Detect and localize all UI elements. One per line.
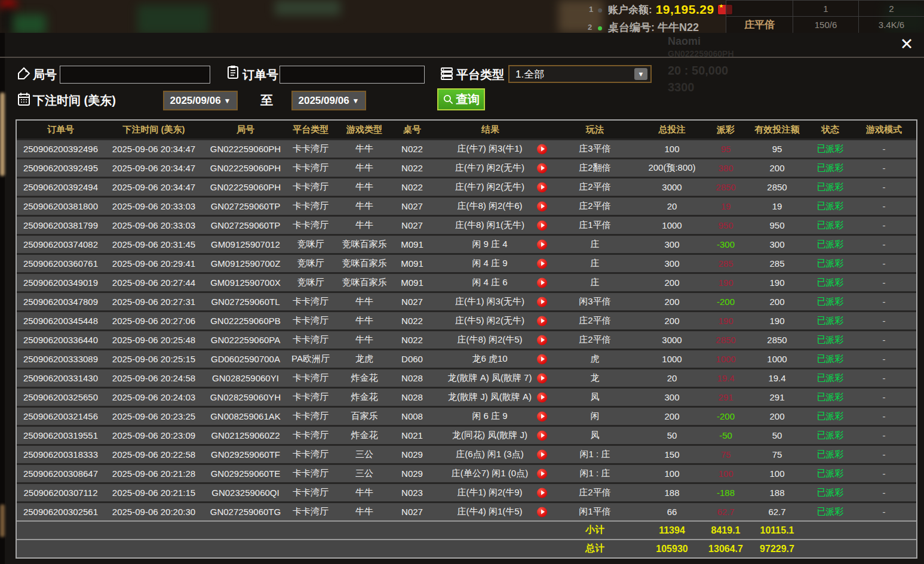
play-icon[interactable] [537,163,547,173]
play-icon[interactable] [537,373,547,383]
result-cell: 庄(牛5) 闲2(无牛) [429,312,552,329]
order-id-cell: 250906200381800 [17,198,105,215]
round-id-cell: GN022259060PH [203,178,288,196]
status-cell: 已派彩 [809,408,852,425]
total-row: 总计 105930 13064.7 97229.7 [17,539,916,557]
bet-time-cell: 2025-09-06 20:34:47 [105,178,203,196]
total-bet-cell: 300 [638,389,706,406]
bg-red-strip [0,0,16,8]
query-button[interactable]: 查询 [437,88,485,110]
order-input[interactable] [280,66,425,84]
play-icon[interactable] [537,449,547,460]
payout-cell: 291 [706,389,745,406]
result-cell: 庄(牛8) 闲2(牛6) [429,198,552,215]
round-id-cell: GN022259060PB [203,312,288,329]
play-icon[interactable] [537,316,547,326]
bet-time-cell: 2025-09-06 20:25:15 [105,350,203,368]
table-no-cell: N027 [395,217,429,234]
payout-cell: -200 [706,408,745,425]
game-type-cell: 炸金花 [333,427,395,444]
play-icon[interactable] [537,488,547,498]
round-input[interactable] [60,66,210,84]
play-icon[interactable] [537,220,547,230]
status-cell: 已派彩 [809,503,852,520]
bet-time-cell: 2025-09-06 20:34:47 [105,140,203,158]
column-header: 订单号 [17,121,105,138]
play-icon[interactable] [537,430,547,440]
platform-cell: 卡卡湾厅 [288,331,333,349]
bet-history-modal: Naomi GN022259060PH 20 : 50,000 3300 ✕ 局… [0,33,924,564]
status-cell: 已派彩 [809,389,852,406]
column-header: 派彩 [706,121,745,138]
play-icon[interactable] [537,411,547,421]
result-cell: 庄(6点) 闲1 (3点) [429,446,552,463]
result-cell: 闲 4 庄 6 [429,274,552,291]
table-no-value: 牛牛N22 [658,21,699,33]
play-type-cell: 闲1 : 庄 [552,446,638,463]
valid-bet-cell: 50 [745,427,809,444]
platform-cell: 卡卡湾厅 [288,312,333,329]
play-icon[interactable] [537,469,547,479]
round-id-cell: GN028259060YH [203,389,288,406]
valid-bet-cell: 200 [745,293,809,310]
result-text: 庄(牛7) 闲2(无牛) [455,162,524,174]
bg-green-table-1 [13,14,46,33]
status-cell: 已派彩 [809,350,852,368]
result-cell: 闲 6 庄 9 [429,408,552,425]
bet-time-cell: 2025-09-06 20:27:31 [105,293,203,310]
game-type-cell: 牛牛 [333,178,395,196]
round-id-cell: GN022259060PH [203,140,288,158]
status-cell: 已派彩 [809,446,852,463]
date-from-picker[interactable]: 2025/09/06 ▼ [163,91,238,110]
total-label: 总计 [552,540,638,557]
platform-cell: 卡卡湾厅 [288,389,333,406]
column-header: 局号 [203,121,288,138]
order-id-cell: 250906200336440 [17,331,105,349]
play-icon[interactable] [537,239,547,249]
total-bet-cell: 1000 [638,350,706,368]
order-id-cell: 250906200333089 [17,350,105,368]
play-icon[interactable] [537,297,547,307]
bet-time-cell: 2025-09-06 20:27:44 [105,274,203,291]
round-id-cell: GM09125907012 [203,236,288,253]
play-icon[interactable] [537,258,547,269]
platform-cell: 卡卡湾厅 [288,427,333,444]
casino-video-background: 1 2 账户余额: 19,195.29 桌台编号: 牛牛N22 1 2 庄平倍 … [0,0,924,33]
table-row: 250906200392494 2025-09-06 20:34:47 GN02… [17,177,916,196]
odds-value-2: 3.4K/6 [858,16,924,33]
play-icon[interactable] [537,392,547,402]
play-icon[interactable] [537,144,547,154]
table-no-cell: N022 [395,140,429,158]
round-id-cell: GN027259060TP [203,217,288,234]
table-no-cell: N022 [395,178,429,196]
platform-cell: 竞咪厅 [288,255,333,272]
search-icon [443,94,454,105]
play-icon[interactable] [537,201,547,211]
table-row: 250906200307112 2025-09-06 20:21:15 GN02… [17,482,916,501]
play-icon[interactable] [537,335,547,345]
subtotal-valid-bet: 10115.1 [745,522,809,539]
play-icon[interactable] [537,354,547,364]
server-icon [440,66,454,81]
valid-bet-cell: 19 [745,198,809,215]
order-id-cell: 250906200360761 [17,255,105,272]
platform-cell: 卡卡湾厅 [288,178,333,196]
table-no-cell: N029 [395,446,429,463]
platform-select[interactable]: 1.全部 ▼ [508,65,652,83]
play-icon[interactable] [537,507,547,517]
close-icon[interactable]: ✕ [896,34,917,54]
play-icon[interactable] [537,278,547,288]
order-id-cell: 250906200374082 [17,236,105,253]
game-mode-cell: - [852,331,916,349]
platform-cell: 卡卡湾厅 [288,446,333,463]
game-type-cell: 竞咪百家乐 [333,255,395,272]
bet-time-cell: 2025-09-06 20:29:41 [105,255,203,272]
play-type-cell: 庄2平倍 [552,178,638,196]
play-icon[interactable] [537,182,547,192]
payout-cell: 100 [706,465,745,482]
date-to-picker[interactable]: 2025/09/06 ▼ [291,91,366,110]
play-type-cell: 闲1平倍 [552,503,638,520]
result-cell: 庄(牛7) 闲2(无牛) [429,178,552,196]
table-no-cell: D060 [395,350,429,368]
result-text: 龙(散牌 J) 凤(散牌 A) [448,392,532,403]
